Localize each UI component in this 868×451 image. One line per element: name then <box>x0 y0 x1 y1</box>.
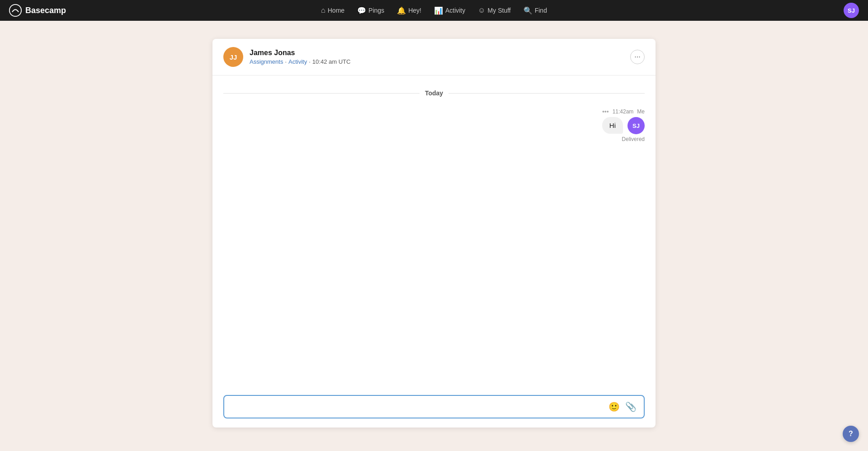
basecamp-logo-icon <box>9 4 22 17</box>
chat-input-area: 🙂 📎 <box>212 388 656 428</box>
message-input[interactable] <box>231 403 604 411</box>
find-icon: 🔍 <box>524 6 533 15</box>
message-sender: Me <box>637 108 645 115</box>
chat-container: JJ James Jonas Assignments · Activity · … <box>212 39 656 428</box>
nav-item-find[interactable]: 🔍 Find <box>518 4 552 18</box>
meta-separator: · <box>285 58 287 65</box>
date-divider: Today <box>223 89 645 97</box>
date-divider-label: Today <box>420 89 448 97</box>
activity-link[interactable]: Activity <box>288 58 307 65</box>
nav-label-pings: Pings <box>368 7 384 14</box>
chat-contact-name: James Jonas <box>250 49 350 57</box>
help-icon: ? <box>849 430 853 438</box>
more-options-button[interactable]: ··· <box>630 50 645 64</box>
message-time: 11:42am <box>613 108 634 115</box>
chat-input-icons: 🙂 📎 <box>608 400 637 413</box>
main-content: JJ James Jonas Assignments · Activity · … <box>0 21 868 451</box>
nav-label-mystuff: My Stuff <box>488 7 511 14</box>
nav-item-pings[interactable]: 💬 Pings <box>352 4 390 18</box>
attach-icon: 📎 <box>625 401 637 412</box>
contact-avatar: JJ <box>223 47 243 67</box>
nav-center-items: ⌂ Home 💬 Pings 🔔 Hey! 📊 Activity ☺ My St… <box>316 4 552 18</box>
chat-input-wrapper: 🙂 📎 <box>223 395 645 418</box>
top-navigation: Basecamp ⌂ Home 💬 Pings 🔔 Hey! 📊 Activit… <box>0 0 868 21</box>
message-row: ••• 11:42am Me Hi SJ Delivered <box>212 106 656 144</box>
nav-label-activity: Activity <box>445 7 465 14</box>
chat-header-info: James Jonas Assignments · Activity · 10:… <box>250 49 350 65</box>
activity-icon: 📊 <box>434 6 443 15</box>
meta-separator-2: · <box>309 58 311 65</box>
nav-item-home[interactable]: ⌂ Home <box>316 4 350 17</box>
sender-avatar: SJ <box>627 117 645 134</box>
chat-timestamp: 10:42 am UTC <box>312 58 351 65</box>
logo-text: Basecamp <box>25 6 66 15</box>
message-content-row: Hi SJ <box>602 117 645 134</box>
pings-icon: 💬 <box>357 6 366 15</box>
user-avatar-nav[interactable]: SJ <box>844 3 859 18</box>
chat-messages-area: Today ••• 11:42am Me Hi SJ Delivered <box>212 75 656 388</box>
logo-link[interactable]: Basecamp <box>9 4 66 17</box>
nav-label-home: Home <box>328 7 344 14</box>
hey-icon: 🔔 <box>397 6 406 15</box>
mystuff-icon: ☺ <box>478 6 485 14</box>
message-bubble: Hi <box>602 117 623 134</box>
nav-label-hey: Hey! <box>408 7 421 14</box>
nav-label-find: Find <box>535 7 547 14</box>
assignments-link[interactable]: Assignments <box>250 58 283 65</box>
attach-button[interactable]: 📎 <box>624 400 637 413</box>
message-meta: ••• 11:42am Me <box>602 108 645 115</box>
chat-header-meta: Assignments · Activity · 10:42 am UTC <box>250 58 350 65</box>
emoji-icon: 🙂 <box>609 401 620 412</box>
message-row-inner: ••• 11:42am Me Hi SJ Delivered <box>602 108 645 142</box>
svg-point-0 <box>9 5 21 16</box>
nav-item-activity[interactable]: 📊 Activity <box>429 4 471 18</box>
help-button[interactable]: ? <box>843 426 859 442</box>
emoji-button[interactable]: 🙂 <box>608 400 621 413</box>
home-icon: ⌂ <box>321 6 326 14</box>
message-options-icon[interactable]: ••• <box>602 108 609 115</box>
message-delivered-status: Delivered <box>622 136 645 142</box>
nav-item-hey[interactable]: 🔔 Hey! <box>392 4 427 18</box>
chat-header: JJ James Jonas Assignments · Activity · … <box>212 39 656 75</box>
chat-header-left: JJ James Jonas Assignments · Activity · … <box>223 47 350 67</box>
more-dots-icon: ··· <box>634 53 640 61</box>
nav-item-mystuff[interactable]: ☺ My Stuff <box>472 4 516 17</box>
